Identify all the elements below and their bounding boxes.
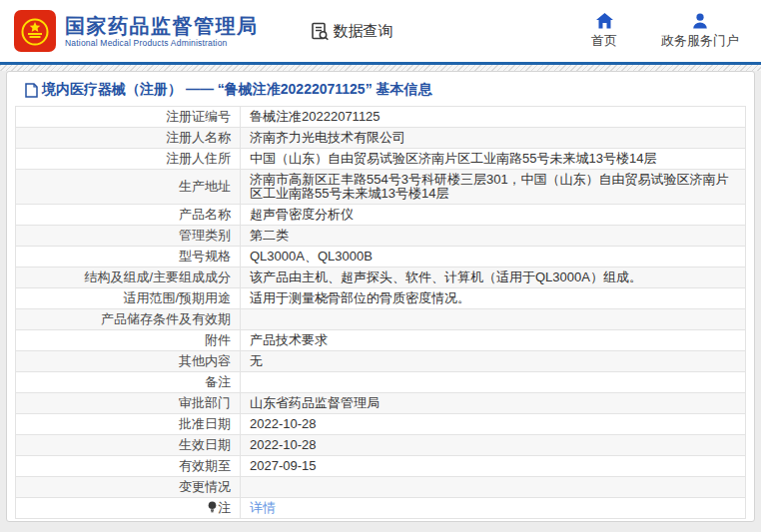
row-value: 2022-10-28: [241, 414, 746, 435]
content-panel: 境内医疗器械（注册） —— “鲁械注准20222071125” 基本信息 注册证…: [6, 71, 755, 522]
table-row: 审批部门山东省药品监督管理局: [16, 393, 746, 414]
table-row: 其他内容无: [16, 351, 746, 372]
table-row: 注册证编号鲁械注准20222071125: [16, 107, 746, 128]
row-label: 生效日期: [16, 435, 241, 456]
user-icon: [692, 13, 708, 29]
breadcrumb: 境内医疗器械（注册） —— “鲁械注准20222071125” 基本信息: [15, 72, 746, 106]
row-label: 适用范围/预期用途: [16, 288, 241, 309]
row-label: 注册人住所: [16, 149, 241, 170]
row-value: 鲁械注准20222071125: [241, 107, 746, 128]
table-row: 产品储存条件及有效期: [16, 309, 746, 330]
row-value: 产品技术要求: [241, 330, 746, 351]
row-label: 产品名称: [16, 205, 241, 226]
row-value: 山东省药品监督管理局: [241, 393, 746, 414]
row-value: 济南市高新区正丰路554号3号科研楼三层301，中国（山东）自由贸易试验区济南片…: [241, 170, 746, 205]
agency-title-block: 国家药品监督管理局 National Medical Products Admi…: [65, 14, 259, 48]
table-row: 型号规格QL3000A、QL3000B: [16, 247, 746, 267]
table-row: 注册人住所中国（山东）自由贸易试验区济南片区工业南路55号未来城13号楼14层: [16, 149, 746, 170]
row-value: 该产品由主机、超声探头、软件、计算机（适用于QL3000A）组成。: [241, 267, 746, 288]
breadcrumb-text: 境内医疗器械（注册） —— “鲁械注准20222071125” 基本信息: [42, 81, 432, 99]
row-label: 型号规格: [16, 247, 241, 267]
home-icon: [596, 13, 613, 29]
agency-name-en: National Medical Products Administration: [65, 38, 259, 48]
table-row: 产品名称超声骨密度分析仪: [16, 205, 746, 226]
table-row: 适用范围/预期用途适用于测量桡骨部位的骨质密度情况。: [16, 288, 746, 309]
row-value: 2027-09-15: [241, 456, 746, 477]
row-label: 审批部门: [16, 393, 241, 414]
row-value: 超声骨密度分析仪: [241, 205, 746, 226]
data-query-nav[interactable]: 数据查询: [311, 22, 393, 41]
details-link[interactable]: 详情: [250, 500, 276, 515]
row-value: 第二类: [241, 226, 746, 247]
row-label: 附件: [16, 330, 241, 351]
row-value: 详情: [241, 498, 746, 519]
nmpa-logo: [14, 10, 56, 52]
portal-nav[interactable]: 政务服务门户: [661, 13, 739, 50]
note-bulb-icon: [208, 501, 217, 513]
row-value: 中国（山东）自由贸易试验区济南片区工业南路55号未来城13号楼14层: [241, 149, 746, 170]
data-query-label: 数据查询: [334, 22, 393, 41]
table-row: 注册人名称济南齐力光电技术有限公司: [16, 128, 746, 149]
row-value: 济南齐力光电技术有限公司: [241, 128, 746, 149]
portal-label: 政务服务门户: [661, 32, 739, 50]
row-value: QL3000A、QL3000B: [241, 247, 746, 267]
row-label: 结构及组成/主要组成成分: [16, 267, 241, 288]
home-nav[interactable]: 首页: [591, 13, 617, 50]
table-row: 注详情: [16, 498, 746, 519]
row-label: 管理类别: [16, 226, 241, 247]
row-label: 产品储存条件及有效期: [16, 309, 241, 330]
table-row: 生产地址济南市高新区正丰路554号3号科研楼三层301，中国（山东）自由贸易试验…: [16, 170, 746, 205]
row-label: 注: [16, 498, 241, 519]
row-label: 注册人名称: [16, 128, 241, 149]
table-row: 有效期至2027-09-15: [16, 456, 746, 477]
row-label: 生产地址: [16, 170, 241, 205]
row-value: 适用于测量桡骨部位的骨质密度情况。: [241, 288, 746, 309]
row-label: 批准日期: [16, 414, 241, 435]
home-label: 首页: [591, 32, 617, 50]
site-header: 国家药品监督管理局 National Medical Products Admi…: [0, 0, 761, 62]
table-row: 批准日期2022-10-28: [16, 414, 746, 435]
page-background: 境内医疗器械（注册） —— “鲁械注准20222071125” 基本信息 注册证…: [0, 65, 761, 532]
table-row: 生效日期2022-10-28: [16, 435, 746, 456]
row-label: 有效期至: [16, 456, 241, 477]
row-value: [241, 372, 746, 393]
registration-info-table: 注册证编号鲁械注准20222071125注册人名称济南齐力光电技术有限公司注册人…: [15, 106, 746, 519]
row-label: 注册证编号: [16, 107, 241, 128]
row-value: [241, 477, 746, 498]
data-query-icon: [311, 22, 330, 41]
row-label: 备注: [16, 372, 241, 393]
row-label: 变更情况: [16, 477, 241, 498]
table-row: 变更情况: [16, 477, 746, 498]
table-row: 结构及组成/主要组成成分该产品由主机、超声探头、软件、计算机（适用于QL3000…: [16, 267, 746, 288]
agency-name-cn: 国家药品监督管理局: [65, 14, 259, 38]
row-value: [241, 309, 746, 330]
row-value: 无: [241, 351, 746, 372]
info-table-body: 注册证编号鲁械注准20222071125注册人名称济南齐力光电技术有限公司注册人…: [16, 107, 746, 519]
row-label: 其他内容: [16, 351, 241, 372]
table-row: 附件产品技术要求: [16, 330, 746, 351]
table-row: 备注: [16, 372, 746, 393]
document-icon: [25, 83, 38, 98]
row-value: 2022-10-28: [241, 435, 746, 456]
table-row: 管理类别第二类: [16, 226, 746, 247]
